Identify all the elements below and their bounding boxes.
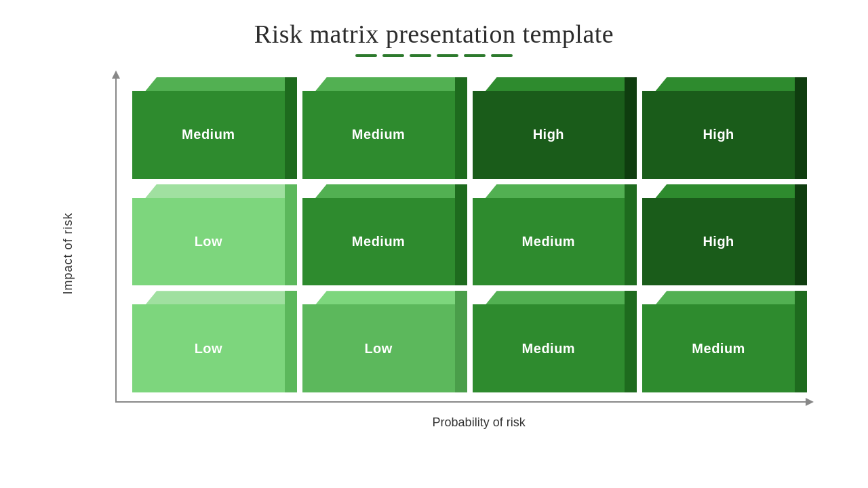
box-top-face bbox=[654, 77, 807, 92]
axes-container: Probability of risk MediumMediumHighHigh… bbox=[95, 77, 807, 430]
matrix-cell-r2-c3: Medium bbox=[642, 291, 807, 392]
box-top-face bbox=[144, 77, 297, 92]
box-right-face bbox=[285, 291, 297, 392]
matrix-grid: MediumMediumHighHighLowMediumMediumHighL… bbox=[132, 77, 807, 392]
box-top-face bbox=[654, 291, 807, 306]
matrix-cell-r0-c0: Medium bbox=[132, 77, 297, 179]
box-right-face bbox=[285, 184, 297, 286]
box-right-face bbox=[795, 184, 807, 286]
box-front-face: Low bbox=[302, 304, 455, 392]
box-front-face: Medium bbox=[473, 304, 625, 392]
box-front-face: Medium bbox=[473, 198, 625, 286]
box-top-face bbox=[144, 291, 297, 306]
box-front-face: High bbox=[642, 91, 795, 179]
box-right-face bbox=[795, 291, 807, 392]
matrix-cell-r1-c2: Medium bbox=[473, 184, 637, 286]
title-divider bbox=[355, 54, 513, 57]
chart-area: Impact of risk Probability of risk Mediu… bbox=[61, 77, 807, 430]
x-axis-label: Probability of risk bbox=[433, 415, 526, 430]
x-axis bbox=[115, 401, 807, 403]
box-top-face bbox=[315, 77, 467, 92]
box-top-face bbox=[315, 291, 467, 306]
box-right-face bbox=[625, 184, 637, 286]
matrix-cell-r2-c0: Low bbox=[132, 291, 297, 392]
matrix-cell-r1-c1: Medium bbox=[302, 184, 467, 286]
box-right-face bbox=[625, 77, 637, 179]
y-axis bbox=[115, 77, 117, 403]
box-front-face: Medium bbox=[132, 91, 285, 179]
matrix-cell-r2-c2: Medium bbox=[473, 291, 637, 392]
box-front-face: High bbox=[642, 198, 795, 286]
matrix-cell-r0-c3: High bbox=[642, 77, 807, 179]
box-front-face: Medium bbox=[302, 91, 455, 179]
box-top-face bbox=[485, 77, 637, 92]
box-right-face bbox=[455, 184, 467, 286]
box-top-face bbox=[485, 184, 637, 199]
matrix-cell-r1-c3: High bbox=[642, 184, 807, 286]
box-front-face: Medium bbox=[302, 198, 455, 286]
y-axis-label: Impact of risk bbox=[61, 212, 75, 294]
box-right-face bbox=[455, 291, 467, 392]
page-title: Risk matrix presentation template bbox=[254, 19, 614, 49]
box-right-face bbox=[625, 291, 637, 392]
box-right-face bbox=[455, 77, 467, 179]
box-top-face bbox=[485, 291, 637, 306]
matrix-cell-r0-c1: Medium bbox=[302, 77, 467, 179]
box-right-face bbox=[285, 77, 297, 179]
box-front-face: Medium bbox=[642, 304, 795, 392]
matrix-cell-r2-c1: Low bbox=[302, 291, 467, 392]
box-top-face bbox=[654, 184, 807, 199]
matrix-cell-r0-c2: High bbox=[473, 77, 637, 179]
box-top-face bbox=[315, 184, 467, 199]
box-front-face: Low bbox=[132, 304, 285, 392]
box-front-face: Low bbox=[132, 198, 285, 286]
box-right-face bbox=[795, 77, 807, 179]
box-top-face bbox=[144, 184, 297, 199]
matrix-cell-r1-c0: Low bbox=[132, 184, 297, 286]
box-front-face: High bbox=[473, 91, 625, 179]
